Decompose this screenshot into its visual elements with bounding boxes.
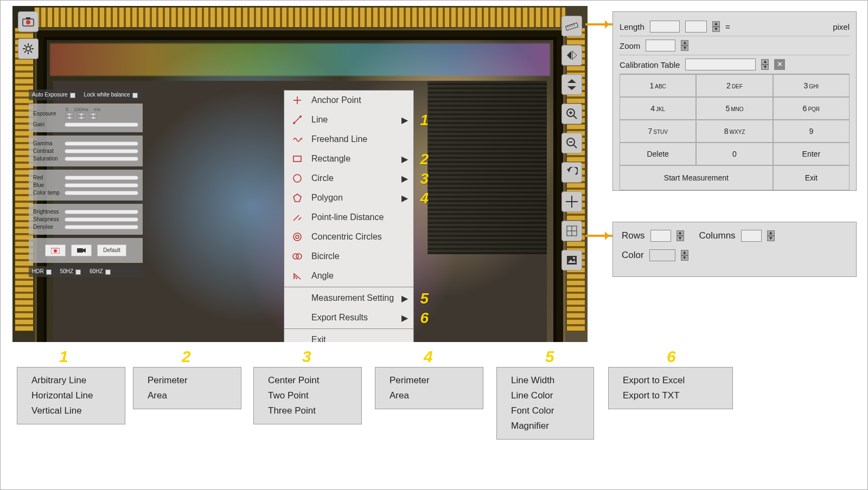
key-0[interactable]: 0 bbox=[696, 143, 773, 165]
length-field-2[interactable] bbox=[685, 21, 707, 33]
key-3[interactable]: 3GHI bbox=[773, 74, 850, 97]
sublabel-4: 4 bbox=[424, 347, 433, 366]
capture-buttons-section: Default bbox=[29, 238, 143, 263]
slider-track[interactable] bbox=[65, 176, 138, 180]
key-5[interactable]: 5MNO bbox=[696, 97, 773, 120]
key-4[interactable]: 4JKL bbox=[620, 97, 696, 120]
submenu-item[interactable]: Vertical Line bbox=[31, 403, 111, 418]
arrow-to-calibration bbox=[585, 23, 612, 25]
key-9[interactable]: 9 bbox=[773, 120, 850, 143]
ctx-bicircle[interactable]: Bicircle bbox=[284, 247, 413, 266]
50hz-checkbox[interactable] bbox=[75, 269, 81, 275]
start-measurement-button[interactable]: Start Measurement bbox=[620, 165, 773, 190]
calibration-exit-button[interactable]: Exit bbox=[773, 165, 850, 190]
lock-wb-checkbox[interactable] bbox=[132, 93, 138, 98]
key-1[interactable]: 1ABC bbox=[620, 74, 696, 97]
exp-spin-1[interactable]: ▲▼ bbox=[78, 112, 85, 120]
crosshair-button[interactable] bbox=[561, 191, 582, 212]
length-spinner[interactable]: ▲▼ bbox=[712, 21, 720, 32]
sublabel-1: 1 bbox=[59, 347, 68, 366]
submenu-item[interactable]: Horizontal Line bbox=[31, 388, 111, 403]
ctx-anchor-point[interactable]: Anchor Point bbox=[284, 91, 413, 110]
submenu-item[interactable]: Line Color bbox=[511, 388, 579, 403]
ctx-exit[interactable]: Exit bbox=[284, 330, 413, 342]
zoom-field[interactable] bbox=[646, 40, 675, 51]
zoom-spinner[interactable]: ▲▼ bbox=[681, 40, 688, 51]
key-2[interactable]: 2DEF bbox=[696, 74, 773, 97]
flip-vertical-button[interactable] bbox=[561, 74, 582, 95]
gear-icon bbox=[22, 43, 34, 55]
ctx-polygon[interactable]: Polygon▶4 bbox=[284, 188, 413, 208]
slider-track[interactable] bbox=[65, 149, 138, 153]
auto-exposure-checkbox[interactable] bbox=[70, 93, 75, 98]
columns-field[interactable] bbox=[741, 230, 762, 242]
ctx-point-line-distance[interactable]: Point-line Distance bbox=[284, 208, 413, 227]
submenu-item[interactable]: Perimeter bbox=[148, 373, 227, 388]
chip-pins-top bbox=[34, 7, 566, 28]
rows-field[interactable] bbox=[650, 230, 671, 242]
ctx-angle[interactable]: Angle bbox=[284, 266, 413, 286]
slider-track[interactable] bbox=[65, 141, 138, 146]
badge-1: 1 bbox=[420, 112, 429, 129]
key-6[interactable]: 6PQR bbox=[773, 97, 850, 120]
ctx-line[interactable]: Line▶1 bbox=[284, 110, 413, 130]
svg-rect-14 bbox=[77, 248, 83, 253]
slider-track[interactable] bbox=[65, 157, 138, 161]
panel-default-button[interactable]: Default bbox=[97, 244, 126, 256]
zoom-out-button[interactable] bbox=[561, 133, 582, 153]
grid-color-spinner[interactable]: ▲▼ bbox=[681, 250, 688, 261]
submenu-item[interactable]: Area bbox=[390, 388, 469, 403]
submenu-item[interactable]: Perimeter bbox=[390, 373, 469, 388]
slider-track[interactable] bbox=[65, 210, 138, 214]
grid-color-swatch[interactable] bbox=[649, 249, 675, 261]
slider-track[interactable] bbox=[65, 217, 138, 222]
hdr-checkbox[interactable] bbox=[46, 269, 52, 275]
submenu-item[interactable]: Export to TXT bbox=[623, 388, 718, 403]
ctx-concentric-circles[interactable]: Concentric Circles bbox=[284, 227, 413, 247]
flip-horizontal-button[interactable] bbox=[561, 45, 582, 66]
settings-button[interactable] bbox=[18, 38, 39, 59]
submenu-item[interactable]: Font Color bbox=[511, 403, 579, 418]
key-enter[interactable]: Enter bbox=[773, 143, 850, 165]
capture-button[interactable] bbox=[18, 11, 39, 32]
submenu-item[interactable]: Three Point bbox=[268, 403, 347, 418]
submenu-item[interactable]: Line Width bbox=[511, 373, 579, 388]
60hz-checkbox[interactable] bbox=[105, 269, 111, 275]
ctx-measurement-setting[interactable]: Measurement Setting▶5 bbox=[284, 288, 413, 308]
key-7[interactable]: 7STUV bbox=[620, 120, 696, 143]
submenu-item[interactable]: Export to Excel bbox=[623, 373, 718, 388]
key-delete[interactable]: Delete bbox=[620, 143, 696, 165]
panel-video-button[interactable] bbox=[71, 244, 92, 256]
zoom-in-button[interactable] bbox=[561, 104, 582, 124]
slider-track[interactable] bbox=[65, 191, 138, 195]
columns-spinner[interactable]: ▲▼ bbox=[767, 230, 775, 241]
exp-spin-0[interactable]: ▲▼ bbox=[66, 112, 73, 120]
slider-track[interactable] bbox=[65, 225, 138, 229]
calib-table-spinner[interactable]: ▲▼ bbox=[761, 59, 769, 70]
submenu-item[interactable]: Area bbox=[148, 388, 227, 403]
calib-table-field[interactable] bbox=[685, 59, 756, 70]
ctx-circle[interactable]: Circle▶3 bbox=[284, 169, 413, 188]
rows-spinner[interactable]: ▲▼ bbox=[676, 230, 684, 241]
ctx-export-results[interactable]: Export Results▶6 bbox=[284, 308, 413, 327]
ctx-rectangle[interactable]: Rectangle▶2 bbox=[284, 149, 413, 169]
submenu-item[interactable]: Two Point bbox=[268, 388, 347, 403]
calib-table-delete-button[interactable]: ✕ bbox=[774, 59, 785, 70]
undo-button[interactable] bbox=[561, 162, 582, 183]
submenu-item[interactable]: Center Point bbox=[268, 373, 347, 388]
svg-point-54 bbox=[573, 257, 575, 259]
image-browse-button[interactable] bbox=[561, 250, 582, 270]
undo-icon bbox=[566, 167, 578, 178]
slider-track[interactable] bbox=[65, 183, 138, 188]
length-field-1[interactable] bbox=[650, 21, 680, 33]
submenu-rectangle: PerimeterArea bbox=[133, 367, 241, 409]
submenu-item[interactable]: Magnifier bbox=[511, 418, 579, 434]
exp-spin-2[interactable]: ▲▼ bbox=[90, 112, 97, 120]
key-8[interactable]: 8WXYZ bbox=[696, 120, 773, 143]
ruler-button[interactable] bbox=[561, 16, 582, 36]
submenu-item[interactable]: Arbitrary Line bbox=[31, 373, 111, 388]
panel-photo-button[interactable] bbox=[45, 244, 66, 256]
slider-track[interactable] bbox=[65, 122, 138, 127]
ctx-freehand-line[interactable]: Freehand Line bbox=[284, 130, 413, 149]
grid-view-button[interactable] bbox=[561, 221, 582, 241]
